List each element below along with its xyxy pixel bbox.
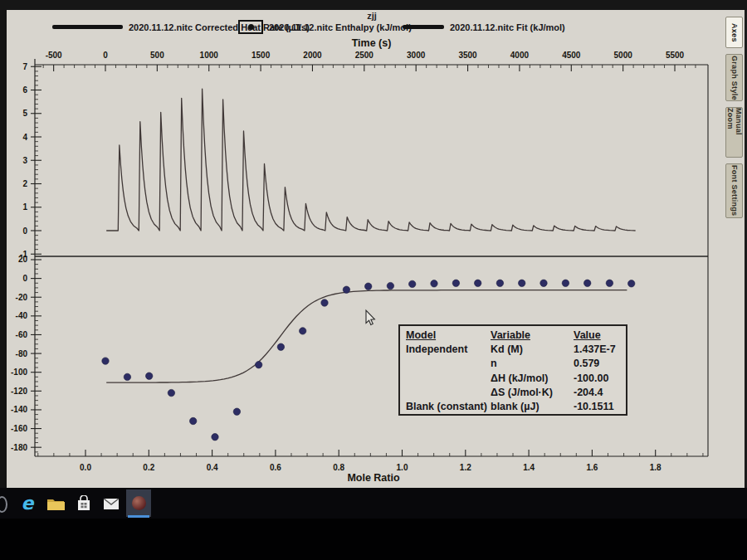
svg-text:2: 2 [22,179,27,188]
svg-text:0.8: 0.8 [333,463,344,472]
nanoanalyze-logo-icon [132,496,146,510]
svg-text:-80: -80 [16,349,28,358]
table-cell: -10.1511 [574,400,622,414]
data-point [343,286,349,293]
svg-text:1.6: 1.6 [586,463,598,472]
table-cell: -204.4 [574,386,622,400]
svg-text:-20: -20 [16,293,28,302]
svg-text:1.8: 1.8 [650,463,662,472]
taskbar-partial-icon[interactable] [0,496,7,513]
data-point [124,373,130,380]
tab-graph-style[interactable]: Graph Style [725,54,743,101]
thermogram-trace [106,89,635,231]
data-point [452,280,459,286]
mouse-cursor-icon [366,310,374,324]
svg-text:5000: 5000 [614,51,633,60]
table-cell: -100.00 [574,372,622,386]
chart-canvas: Time (s)-5000500100015002000250030003500… [0,0,747,488]
store-icon[interactable] [73,493,95,514]
data-point [277,343,284,350]
nanoanalyze-taskbar-icon[interactable] [126,489,151,517]
data-point [387,282,393,289]
svg-text:7: 7 [22,62,27,71]
svg-text:500: 500 [150,51,164,60]
svg-text:5: 5 [22,109,27,118]
data-point [562,280,569,286]
taskbar: e [0,488,747,519]
svg-text:0: 0 [103,51,108,60]
svg-text:4500: 4500 [562,51,581,60]
table-cell [406,386,491,400]
data-point [168,389,174,396]
svg-text:1.0: 1.0 [397,463,408,472]
data-point [365,283,372,290]
table-cell: ΔS (J/mol·K) [491,386,574,400]
side-tab-panel: Axes Graph Style Manual Zoom Font Settin… [725,17,745,224]
table-cell [406,372,491,386]
table-cell: blank (µJ) [491,400,574,414]
svg-text:5500: 5500 [666,51,685,60]
svg-text:1.4: 1.4 [523,463,535,472]
data-point [628,280,635,287]
mail-icon[interactable] [100,493,122,514]
table-cell: 0.579 [574,357,622,371]
svg-text:0.0: 0.0 [80,463,91,472]
svg-text:-60: -60 [16,330,28,339]
file-explorer-icon[interactable] [45,493,66,514]
svg-text:3: 3 [22,156,27,165]
fit-results-table: Model Variable Value Independent Kd (M) … [398,324,627,416]
svg-text:-140: -140 [11,405,27,414]
table-header-variable: Variable [491,329,574,343]
tab-manual-zoom[interactable]: Manual Zoom [725,107,743,158]
edge-icon[interactable]: e [17,493,38,514]
svg-text:Mole Ratio: Mole Ratio [347,472,400,484]
svg-text:2000: 2000 [303,51,322,60]
data-point [146,373,153,379]
active-app-underline [128,515,149,518]
svg-text:-160: -160 [11,424,27,433]
data-point [606,280,613,286]
data-point [190,417,197,424]
svg-text:1.2: 1.2 [460,463,471,472]
table-header-model: Model [406,329,491,343]
table-cell: 1.437E-7 [574,343,622,357]
data-point [212,434,218,441]
svg-text:1000: 1000 [200,51,219,60]
svg-text:-40: -40 [16,311,28,320]
svg-text:4000: 4000 [510,51,530,60]
table-header-value: Value [574,329,622,343]
svg-text:0.6: 0.6 [270,463,281,472]
data-point [233,408,240,415]
svg-text:0.4: 0.4 [207,463,218,472]
axes: Time (s)-5000500100015002000250030003500… [11,37,708,484]
data-point [431,280,437,287]
data-point [519,280,525,286]
svg-text:0: 0 [22,274,27,283]
data-point [540,280,547,286]
svg-text:-180: -180 [11,443,27,452]
data-point [496,280,503,286]
svg-text:Time (s): Time (s) [352,37,392,49]
table-cell: Blank (constant) [406,400,491,414]
table-cell: Kd (M) [491,343,574,357]
svg-text:6: 6 [22,85,27,95]
data-point [300,328,306,334]
svg-text:4: 4 [22,133,27,142]
tab-font-settings[interactable]: Font Settings [725,163,743,218]
data-point [256,362,262,368]
svg-text:3500: 3500 [458,51,477,60]
svg-text:-120: -120 [11,387,27,396]
table-cell: ΔH (kJ/mol) [491,372,574,386]
data-point [102,358,109,364]
table-cell: n [491,357,574,371]
table-cell [406,357,491,371]
data-point [409,280,416,287]
svg-text:-500: -500 [46,51,62,60]
svg-text:1500: 1500 [251,51,271,60]
svg-text:0: 0 [22,226,27,236]
svg-text:-100: -100 [11,368,27,377]
data-point [321,299,328,306]
tab-axes[interactable]: Axes [725,17,743,48]
data-point [584,280,591,286]
screen-bezel-bottom [0,519,747,560]
